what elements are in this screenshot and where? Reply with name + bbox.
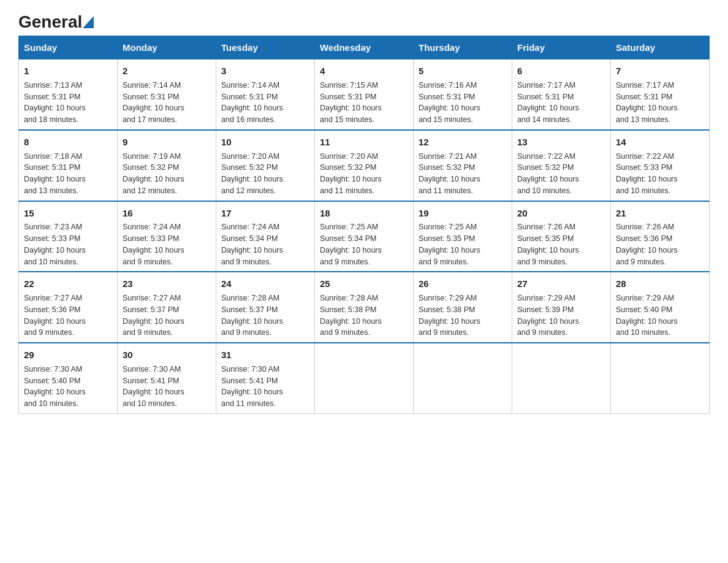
day-header-sunday: Sunday — [19, 36, 118, 59]
day-number: 14 — [616, 136, 704, 149]
calendar-cell: 8 Sunrise: 7:18 AMSunset: 5:31 PMDayligh… — [19, 130, 118, 201]
day-number: 31 — [221, 348, 309, 362]
day-number: 28 — [616, 277, 704, 291]
day-number: 29 — [24, 348, 112, 362]
logo-general-text: General — [18, 12, 82, 32]
day-info: Sunrise: 7:27 AMSunset: 5:36 PMDaylight:… — [24, 294, 86, 337]
calendar-cell: 26 Sunrise: 7:29 AMSunset: 5:38 PMDaylig… — [414, 272, 512, 343]
day-number: 10 — [221, 136, 309, 149]
calendar-cell — [315, 343, 414, 413]
calendar-cell: 13 Sunrise: 7:22 AMSunset: 5:32 PMDaylig… — [512, 130, 611, 201]
calendar-week-row: 1 Sunrise: 7:13 AMSunset: 5:31 PMDayligh… — [19, 59, 710, 130]
calendar-cell: 30 Sunrise: 7:30 AMSunset: 5:41 PMDaylig… — [118, 343, 216, 413]
day-info: Sunrise: 7:30 AMSunset: 5:41 PMDaylight:… — [221, 365, 283, 408]
day-info: Sunrise: 7:18 AMSunset: 5:31 PMDaylight:… — [24, 152, 86, 195]
calendar-cell: 25 Sunrise: 7:28 AMSunset: 5:38 PMDaylig… — [315, 272, 414, 343]
calendar-cell: 4 Sunrise: 7:15 AMSunset: 5:31 PMDayligh… — [315, 59, 414, 130]
calendar-cell: 2 Sunrise: 7:14 AMSunset: 5:31 PMDayligh… — [118, 59, 216, 130]
day-info: Sunrise: 7:28 AMSunset: 5:37 PMDaylight:… — [221, 294, 283, 337]
calendar-cell: 7 Sunrise: 7:17 AMSunset: 5:31 PMDayligh… — [611, 59, 710, 130]
calendar-cell: 24 Sunrise: 7:28 AMSunset: 5:37 PMDaylig… — [216, 272, 315, 343]
day-info: Sunrise: 7:23 AMSunset: 5:33 PMDaylight:… — [24, 223, 86, 266]
day-number: 21 — [616, 207, 704, 220]
logo-triangle-icon — [83, 16, 94, 28]
day-number: 11 — [320, 136, 408, 149]
day-number: 5 — [419, 64, 507, 78]
day-info: Sunrise: 7:20 AMSunset: 5:32 PMDaylight:… — [320, 152, 382, 195]
calendar-cell — [611, 343, 710, 413]
day-info: Sunrise: 7:26 AMSunset: 5:35 PMDaylight:… — [517, 223, 579, 266]
day-header-tuesday: Tuesday — [216, 36, 315, 59]
calendar-table: SundayMondayTuesdayWednesdayThursdayFrid… — [18, 36, 710, 414]
day-number: 17 — [221, 207, 309, 220]
day-info: Sunrise: 7:22 AMSunset: 5:32 PMDaylight:… — [517, 152, 579, 195]
day-info: Sunrise: 7:22 AMSunset: 5:33 PMDaylight:… — [616, 152, 678, 195]
calendar-week-row: 8 Sunrise: 7:18 AMSunset: 5:31 PMDayligh… — [19, 130, 710, 201]
day-number: 16 — [123, 207, 211, 220]
calendar-cell: 21 Sunrise: 7:26 AMSunset: 5:36 PMDaylig… — [611, 201, 710, 272]
calendar-cell: 6 Sunrise: 7:17 AMSunset: 5:31 PMDayligh… — [512, 59, 611, 130]
calendar-cell: 9 Sunrise: 7:19 AMSunset: 5:32 PMDayligh… — [118, 130, 216, 201]
day-header-monday: Monday — [118, 36, 216, 59]
day-number: 19 — [419, 207, 507, 220]
day-number: 8 — [24, 136, 112, 149]
day-info: Sunrise: 7:29 AMSunset: 5:40 PMDaylight:… — [616, 294, 678, 337]
day-info: Sunrise: 7:13 AMSunset: 5:31 PMDaylight:… — [24, 81, 86, 124]
calendar-cell: 3 Sunrise: 7:14 AMSunset: 5:31 PMDayligh… — [216, 59, 315, 130]
day-number: 30 — [123, 348, 211, 362]
calendar-cell: 22 Sunrise: 7:27 AMSunset: 5:36 PMDaylig… — [19, 272, 118, 343]
day-info: Sunrise: 7:24 AMSunset: 5:33 PMDaylight:… — [123, 223, 184, 266]
day-info: Sunrise: 7:24 AMSunset: 5:34 PMDaylight:… — [221, 223, 283, 266]
day-number: 23 — [123, 277, 211, 291]
day-info: Sunrise: 7:29 AMSunset: 5:39 PMDaylight:… — [517, 294, 579, 337]
calendar-cell: 17 Sunrise: 7:24 AMSunset: 5:34 PMDaylig… — [216, 201, 315, 272]
day-number: 22 — [24, 277, 112, 291]
day-info: Sunrise: 7:15 AMSunset: 5:31 PMDaylight:… — [320, 81, 382, 124]
calendar-cell: 28 Sunrise: 7:29 AMSunset: 5:40 PMDaylig… — [611, 272, 710, 343]
day-info: Sunrise: 7:21 AMSunset: 5:32 PMDaylight:… — [419, 152, 480, 195]
calendar-cell: 15 Sunrise: 7:23 AMSunset: 5:33 PMDaylig… — [19, 201, 118, 272]
calendar-cell: 16 Sunrise: 7:24 AMSunset: 5:33 PMDaylig… — [118, 201, 216, 272]
day-number: 24 — [221, 277, 309, 291]
day-info: Sunrise: 7:25 AMSunset: 5:35 PMDaylight:… — [419, 223, 480, 266]
day-number: 15 — [24, 207, 112, 220]
calendar-cell: 27 Sunrise: 7:29 AMSunset: 5:39 PMDaylig… — [512, 272, 611, 343]
calendar-cell: 19 Sunrise: 7:25 AMSunset: 5:35 PMDaylig… — [414, 201, 512, 272]
day-header-saturday: Saturday — [611, 36, 710, 59]
day-number: 13 — [517, 136, 605, 149]
day-number: 12 — [419, 136, 507, 149]
day-number: 7 — [616, 64, 704, 78]
day-info: Sunrise: 7:30 AMSunset: 5:41 PMDaylight:… — [123, 365, 184, 408]
day-info: Sunrise: 7:14 AMSunset: 5:31 PMDaylight:… — [221, 81, 283, 124]
day-info: Sunrise: 7:14 AMSunset: 5:31 PMDaylight:… — [123, 81, 184, 124]
day-number: 27 — [517, 277, 605, 291]
day-number: 2 — [123, 64, 211, 78]
day-info: Sunrise: 7:27 AMSunset: 5:37 PMDaylight:… — [123, 294, 184, 337]
calendar-week-row: 29 Sunrise: 7:30 AMSunset: 5:40 PMDaylig… — [19, 343, 710, 413]
day-number: 1 — [24, 64, 112, 78]
day-info: Sunrise: 7:17 AMSunset: 5:31 PMDaylight:… — [616, 81, 678, 124]
calendar-cell: 12 Sunrise: 7:21 AMSunset: 5:32 PMDaylig… — [414, 130, 512, 201]
day-number: 6 — [517, 64, 605, 78]
page-header: General — [18, 12, 710, 29]
calendar-cell: 11 Sunrise: 7:20 AMSunset: 5:32 PMDaylig… — [315, 130, 414, 201]
day-info: Sunrise: 7:17 AMSunset: 5:31 PMDaylight:… — [517, 81, 579, 124]
day-number: 3 — [221, 64, 309, 78]
calendar-header-row: SundayMondayTuesdayWednesdayThursdayFrid… — [19, 36, 710, 59]
day-number: 20 — [517, 207, 605, 220]
calendar-cell: 31 Sunrise: 7:30 AMSunset: 5:41 PMDaylig… — [216, 343, 315, 413]
calendar-cell: 10 Sunrise: 7:20 AMSunset: 5:32 PMDaylig… — [216, 130, 315, 201]
calendar-cell: 1 Sunrise: 7:13 AMSunset: 5:31 PMDayligh… — [19, 59, 118, 130]
day-info: Sunrise: 7:29 AMSunset: 5:38 PMDaylight:… — [419, 294, 480, 337]
calendar-week-row: 15 Sunrise: 7:23 AMSunset: 5:33 PMDaylig… — [19, 201, 710, 272]
calendar-cell: 5 Sunrise: 7:16 AMSunset: 5:31 PMDayligh… — [414, 59, 512, 130]
day-info: Sunrise: 7:26 AMSunset: 5:36 PMDaylight:… — [616, 223, 678, 266]
day-info: Sunrise: 7:30 AMSunset: 5:40 PMDaylight:… — [24, 365, 86, 408]
calendar-cell — [414, 343, 512, 413]
day-number: 9 — [123, 136, 211, 149]
day-info: Sunrise: 7:16 AMSunset: 5:31 PMDaylight:… — [419, 81, 480, 124]
logo: General — [18, 12, 94, 29]
day-number: 26 — [419, 277, 507, 291]
day-header-thursday: Thursday — [414, 36, 512, 59]
calendar-cell: 18 Sunrise: 7:25 AMSunset: 5:34 PMDaylig… — [315, 201, 414, 272]
